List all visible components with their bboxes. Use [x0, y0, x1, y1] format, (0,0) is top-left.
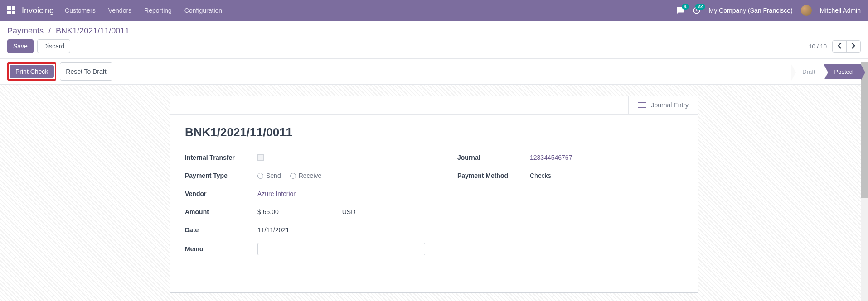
nav-menu: Customers Vendors Reporting Configuratio…	[65, 7, 222, 14]
radio-send[interactable]: Send	[257, 172, 281, 179]
label-payment-method: Payment Method	[457, 172, 530, 179]
journal-value[interactable]: 123344546767	[530, 154, 572, 161]
journal-entry-button[interactable]: Journal Entry	[628, 96, 698, 114]
breadcrumb-current: BNK1/2021/11/0011	[56, 26, 129, 35]
vendor-value[interactable]: Azure Interior	[257, 190, 296, 197]
activity-icon[interactable]: 22	[693, 6, 701, 14]
nav-item-configuration[interactable]: Configuration	[184, 7, 222, 14]
chat-icon[interactable]: 4	[676, 6, 684, 14]
status-steps: Draft Posted	[791, 64, 861, 79]
print-check-button[interactable]: Print Check	[10, 65, 54, 78]
nav-item-vendors[interactable]: Vendors	[108, 7, 131, 14]
payment-method-value: Checks	[530, 172, 551, 179]
memo-input[interactable]	[257, 243, 425, 255]
label-date: Date	[185, 226, 257, 234]
pager: 10 / 10	[809, 40, 861, 53]
label-memo: Memo	[185, 245, 257, 253]
pager-prev-button[interactable]	[833, 41, 846, 52]
app-brand[interactable]: Invoicing	[22, 6, 54, 15]
form-sheet: Journal Entry BNK1/2021/11/0011 Internal…	[170, 96, 698, 293]
status-bar: Print Check Reset To Draft Draft Posted	[0, 58, 868, 85]
internal-transfer-checkbox[interactable]	[257, 154, 264, 161]
hamburger-icon	[638, 102, 646, 108]
scrollbar[interactable]	[861, 62, 868, 301]
amount-value: $ 65.00	[257, 208, 279, 215]
action-row: Save Discard 10 / 10	[0, 39, 868, 58]
nav-item-reporting[interactable]: Reporting	[144, 7, 172, 14]
label-internal-transfer: Internal Transfer	[185, 154, 257, 161]
content-area: Journal Entry BNK1/2021/11/0011 Internal…	[0, 85, 868, 301]
apps-icon[interactable]	[7, 6, 15, 14]
highlight-annotation: Print Check	[7, 62, 56, 81]
journal-entry-label: Journal Entry	[651, 101, 689, 109]
company-selector[interactable]: My Company (San Francisco)	[709, 7, 793, 14]
status-posted[interactable]: Posted	[824, 64, 861, 79]
breadcrumb-parent[interactable]: Payments	[7, 26, 44, 35]
activity-badge: 22	[695, 4, 705, 10]
record-title: BNK1/2021/11/0011	[185, 125, 683, 139]
radio-receive[interactable]: Receive	[290, 172, 322, 179]
date-value: 11/11/2021	[257, 226, 289, 234]
pager-text: 10 / 10	[809, 43, 827, 50]
chat-badge: 4	[682, 4, 689, 10]
reset-to-draft-button[interactable]: Reset To Draft	[60, 62, 112, 81]
label-journal: Journal	[457, 154, 530, 161]
label-amount: Amount	[185, 208, 257, 215]
currency-value: USD	[342, 208, 356, 215]
pager-next-button[interactable]	[846, 41, 860, 52]
breadcrumb: Payments / BNK1/2021/11/0011	[7, 26, 129, 36]
label-vendor: Vendor	[185, 190, 257, 197]
status-draft[interactable]: Draft	[791, 64, 823, 79]
breadcrumb-bar: Payments / BNK1/2021/11/0011	[0, 21, 868, 39]
save-button[interactable]: Save	[7, 39, 34, 53]
scrollbar-thumb[interactable]	[861, 62, 868, 198]
top-nav: Invoicing Customers Vendors Reporting Co…	[0, 0, 868, 21]
radio-icon	[257, 173, 263, 179]
avatar[interactable]	[801, 5, 812, 16]
nav-item-customers[interactable]: Customers	[65, 7, 96, 14]
discard-button[interactable]: Discard	[37, 39, 70, 53]
radio-icon	[290, 173, 296, 179]
label-payment-type: Payment Type	[185, 172, 257, 179]
user-name[interactable]: Mitchell Admin	[820, 7, 861, 14]
